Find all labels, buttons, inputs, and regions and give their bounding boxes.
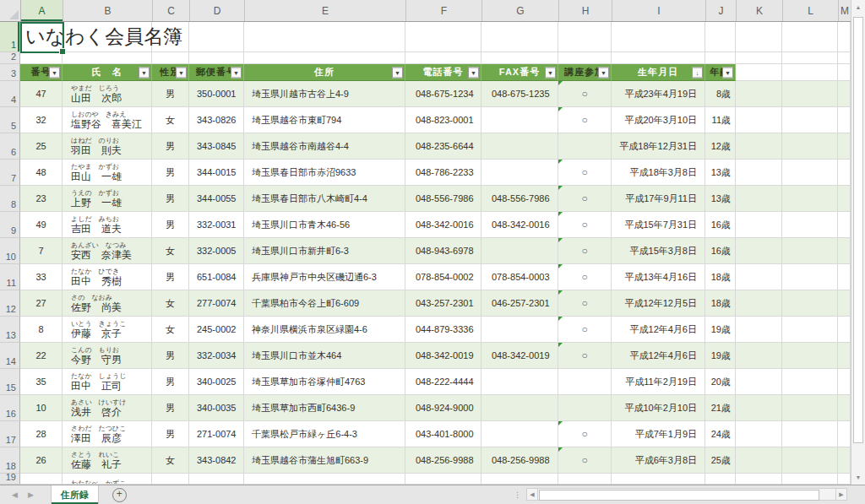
cell-L15[interactable] (782, 369, 838, 395)
cell-birthdate[interactable]: 平成11年2月19日 (612, 369, 705, 395)
cell-name[interactable]: やまだ じろう山田 次郎 (63, 81, 152, 107)
cell-M9[interactable] (838, 212, 851, 238)
cell-postal[interactable]: 277-0074 (189, 290, 244, 317)
cell-K14[interactable] (736, 343, 782, 369)
vertical-scrollbar[interactable]: ▲ ▼ (851, 0, 865, 485)
column-header-F[interactable]: F (406, 0, 482, 21)
filter-button[interactable]: ▼ (598, 67, 609, 78)
table-header-E[interactable]: 住所▼ (244, 64, 405, 81)
cell-attend[interactable]: ○ (558, 421, 612, 447)
cell-K16[interactable] (736, 395, 782, 421)
cell-gender[interactable]: 男 (152, 343, 189, 369)
cell-postal[interactable]: 271-0074 (189, 421, 244, 447)
cell-attend[interactable]: ○ (558, 238, 612, 264)
cell-fax[interactable]: 046-257-2301 (481, 290, 558, 317)
row-header-18[interactable]: 18 (0, 447, 20, 474)
cell-age[interactable]: 19歳 (705, 343, 736, 369)
cell-D2[interactable] (189, 52, 244, 64)
row-header-6[interactable]: 6 (0, 133, 20, 160)
cell-I1[interactable] (612, 22, 705, 52)
cell-J19[interactable] (705, 474, 736, 485)
cell-H2[interactable] (558, 52, 612, 64)
cell-address[interactable]: 神奈川県横浜市泉区緑園4-6 (244, 317, 405, 343)
cell-name[interactable]: よしだ みちお吉田 道夫 (63, 212, 152, 238)
table-header-B[interactable]: 氏 名▼ (63, 64, 152, 81)
table-header-C[interactable]: 性別▼ (152, 64, 189, 81)
cell-fax[interactable] (481, 421, 558, 447)
cell-K4[interactable] (736, 81, 782, 107)
cell-address[interactable]: 埼玉県川越市古谷上4-9 (244, 81, 405, 107)
cell-phone[interactable]: 048-943-6978 (405, 238, 481, 264)
cell-L6[interactable] (782, 133, 838, 160)
cell-C19[interactable] (152, 474, 189, 485)
cell-phone[interactable]: 048-823-0001 (405, 107, 481, 133)
vertical-scrollbar-thumb[interactable] (853, 17, 863, 443)
cell-L2[interactable] (782, 52, 838, 64)
cell-L11[interactable] (782, 264, 838, 290)
table-header-G[interactable]: FAX番号▼ (481, 64, 558, 81)
cell-postal[interactable]: 344-0015 (189, 160, 244, 186)
cell-G2[interactable] (481, 52, 558, 64)
cell-name[interactable]: はねだ のりお羽田 則夫 (63, 133, 152, 160)
sheet-title[interactable]: いなわく会員名簿 (25, 22, 182, 52)
cell-fax[interactable]: 048-556-7986 (481, 186, 558, 212)
cell-name[interactable]: さわだ たつひこ澤田 辰彦 (63, 421, 152, 447)
cell-phone[interactable]: 043-257-2301 (405, 290, 481, 317)
cell-L4[interactable] (782, 81, 838, 107)
cell-postal[interactable]: 343-0826 (189, 107, 244, 133)
column-header-J[interactable]: J (706, 0, 737, 21)
cell-name[interactable]: うえの かずお上野 一雄 (63, 186, 152, 212)
scroll-left-icon[interactable]: ◀ (526, 488, 538, 501)
cell-M13[interactable] (838, 317, 851, 343)
cell-birthdate[interactable]: 平成13年4月16日 (612, 264, 705, 290)
sort-filter-button[interactable]: ↓ (692, 67, 703, 78)
column-header-A[interactable]: A (21, 0, 63, 21)
table-header-D[interactable]: 郵便番号▼ (189, 64, 244, 81)
cell-birthdate[interactable]: 平成12年4月6日 (612, 343, 705, 369)
cell-D19[interactable] (189, 474, 244, 485)
cell-postal[interactable]: 350-0001 (189, 81, 244, 107)
cell-M14[interactable] (838, 343, 851, 369)
cell-phone[interactable]: 048-786-2233 (405, 160, 481, 186)
cell-M10[interactable] (838, 238, 851, 264)
cell-age[interactable]: 16歳 (705, 212, 736, 238)
cell-birthdate[interactable]: 平成10年2月10日 (612, 395, 705, 421)
row-header-15[interactable]: 15 (0, 369, 20, 395)
cell-age[interactable]: 18歳 (705, 264, 736, 290)
table-header-J[interactable]: 年齢▼ (705, 64, 736, 81)
cell-number[interactable]: 10 (20, 395, 63, 421)
cell-gender[interactable]: 男 (152, 421, 189, 447)
cell-gender[interactable]: 男 (152, 160, 189, 186)
row-header-8[interactable]: 8 (0, 186, 20, 212)
cell-K9[interactable] (736, 212, 782, 238)
cell-attend[interactable]: ○ (558, 290, 612, 317)
cell-M19[interactable] (838, 474, 851, 485)
cell-K2[interactable] (736, 52, 782, 64)
column-header-E[interactable]: E (245, 0, 406, 21)
row-header-4[interactable]: 4 (0, 81, 20, 107)
cell-M12[interactable] (838, 290, 851, 317)
cell-L18[interactable] (782, 447, 838, 474)
row-header-13[interactable]: 13 (0, 317, 20, 343)
filter-button[interactable]: ▼ (392, 67, 403, 78)
cell-attend[interactable]: ○ (558, 81, 612, 107)
cell-J2[interactable] (705, 52, 736, 64)
cell-postal[interactable]: 245-0002 (189, 317, 244, 343)
cell-L1[interactable] (782, 22, 838, 52)
cell-postal[interactable]: 344-0055 (189, 186, 244, 212)
cell-E19[interactable] (244, 474, 405, 485)
cell-H19[interactable] (558, 474, 612, 485)
column-header-G[interactable]: G (482, 0, 559, 21)
cell-J1[interactable] (705, 22, 736, 52)
cell-fax[interactable] (481, 317, 558, 343)
cell-fax[interactable]: 078-854-0003 (481, 264, 558, 290)
horizontal-scrollbar[interactable]: ⋮ ◀ ▶ (514, 487, 858, 501)
cell-M15[interactable] (838, 369, 851, 395)
row-header-10[interactable]: 10 (0, 238, 20, 264)
column-header-B[interactable]: B (63, 0, 153, 21)
cell-F2[interactable] (405, 52, 481, 64)
cell-K3[interactable] (736, 64, 782, 81)
horizontal-scrollbar-thumb[interactable] (539, 490, 819, 501)
cell-A2[interactable] (20, 52, 63, 64)
cell-fax[interactable]: 048-256-9988 (481, 447, 558, 474)
